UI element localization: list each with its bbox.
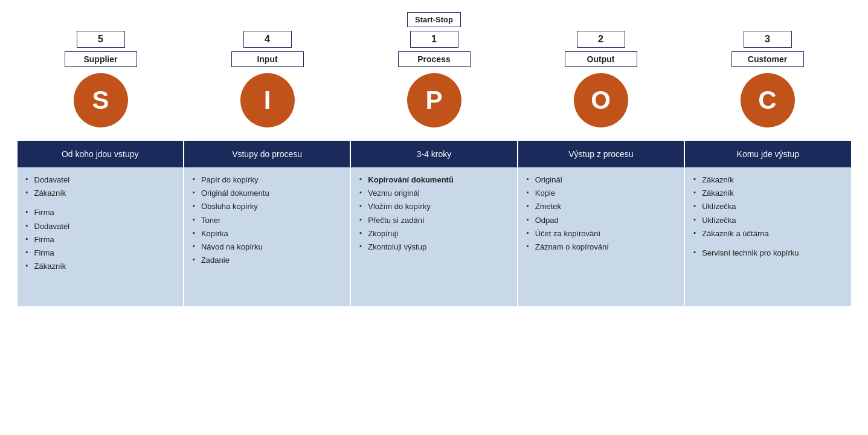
list-item: Dodavatel <box>26 221 175 232</box>
list-item: Zákazník <box>693 188 842 199</box>
section-content-input: Papír do kopírkyOriginál dokumentuObsluh… <box>184 167 350 306</box>
section-header-output: Výstup z procesu <box>518 141 684 167</box>
number-box-supplier: 5 <box>77 31 125 48</box>
section-content-supplier: DodavatelZákazníkFirmaDodavatelFirmaFirm… <box>18 167 183 306</box>
content-list-customer: ZákazníkZákazníkUklízečkaUklízečkaZákazn… <box>693 175 842 259</box>
list-item: Kopírka <box>193 228 341 239</box>
list-item: Vezmu originál <box>359 188 508 199</box>
list-item: Servisní technik pro kopírku <box>693 248 842 259</box>
content-list-supplier: DodavatelZákazníkFirmaDodavatelFirmaFirm… <box>26 175 175 272</box>
col-wrapper-process: Start-Stop1ProcessP <box>351 12 518 136</box>
list-item: Firma <box>26 248 175 259</box>
number-box-output: 2 <box>577 31 625 48</box>
list-item: Zadanie <box>193 255 341 266</box>
list-item: Obsluha kopírky <box>193 201 341 212</box>
number-box-input: 4 <box>243 31 292 48</box>
list-item <box>26 201 175 205</box>
bottom-col-input: Vstupy do procesuPapír do kopírkyOriginá… <box>184 141 351 306</box>
list-item: Uklízečka <box>693 215 842 226</box>
col-wrapper-output: 2OutputO <box>518 13 684 136</box>
content-list-process: Kopírování dokumentůVezmu originálVložím… <box>359 175 508 253</box>
bottom-col-output: Výstup z procesuOriginálKopieZmetekOdpad… <box>518 141 685 306</box>
section-content-customer: ZákazníkZákazníkUklízečkaUklízečkaZákazn… <box>685 167 850 306</box>
list-item: Dodavatel <box>26 175 175 185</box>
list-item: Toner <box>193 215 341 226</box>
list-item: Vložím do kopírky <box>359 201 508 212</box>
list-item: Papír do kopírky <box>193 175 341 185</box>
sipoc-diagram: 5SupplierS4InputIStart-Stop1ProcessP2Out… <box>18 12 851 306</box>
section-content-process: Kopírování dokumentůVezmu originálVložím… <box>351 167 516 306</box>
circle-process: P <box>407 73 461 127</box>
number-box-process: 1 <box>410 31 458 48</box>
section-header-customer: Komu jde výstup <box>685 141 850 167</box>
circle-output: O <box>574 73 628 127</box>
role-box-process: Process <box>398 51 471 67</box>
list-item: Zákazník <box>693 175 842 185</box>
col-wrapper-supplier: 5SupplierS <box>18 13 184 136</box>
number-box-customer: 3 <box>744 31 792 48</box>
role-box-input: Input <box>231 51 304 67</box>
list-item: Odpad <box>527 215 675 226</box>
list-item: Záznam o kopírování <box>527 242 675 253</box>
section-content-output: OriginálKopieZmetekOdpadÚčet za kopírová… <box>518 167 684 306</box>
list-item: Návod na kopírku <box>193 242 341 253</box>
list-item: Zákazník a účtárna <box>693 228 842 239</box>
col-wrapper-input: 4InputI <box>184 13 351 136</box>
list-item: Originál <box>527 175 675 185</box>
section-header-input: Vstupy do procesu <box>184 141 350 167</box>
section-header-process: 3-4 kroky <box>351 141 516 167</box>
top-labels-row: 5SupplierS4InputIStart-Stop1ProcessP2Out… <box>18 12 851 136</box>
list-item: Originál dokumentu <box>193 188 341 199</box>
bottom-col-supplier: Od koho jdou vstupyDodavatelZákazníkFirm… <box>18 141 184 306</box>
list-item: Kopírování dokumentů <box>359 175 508 185</box>
list-item: Účet za kopírování <box>527 228 675 239</box>
list-item: Zákazník <box>26 261 175 272</box>
list-item: Zkontoluji výstup <box>359 242 508 253</box>
list-item: Zmetek <box>527 201 675 212</box>
circle-customer: C <box>741 73 795 127</box>
list-item <box>693 242 842 245</box>
section-header-supplier: Od koho jdou vstupy <box>18 141 183 167</box>
circle-input: I <box>240 73 295 127</box>
list-item: Kopie <box>527 188 675 199</box>
content-list-output: OriginálKopieZmetekOdpadÚčet za kopírová… <box>527 175 675 253</box>
bottom-section: Od koho jdou vstupyDodavatelZákazníkFirm… <box>18 141 851 306</box>
circle-supplier: S <box>74 73 128 127</box>
list-item: Firma <box>26 234 175 245</box>
list-item: Přečtu si zadání <box>359 215 508 226</box>
bottom-col-customer: Komu jde výstupZákazníkZákazníkUklízečka… <box>685 141 850 306</box>
list-item: Uklízečka <box>693 201 842 212</box>
list-item: Zkopíruji <box>359 228 508 239</box>
col-wrapper-customer: 3CustomerC <box>684 13 851 136</box>
start-stop-label: Start-Stop <box>407 12 461 27</box>
role-box-supplier: Supplier <box>65 51 137 67</box>
list-item: Firma <box>26 207 175 218</box>
list-item: Zákazník <box>26 188 175 199</box>
role-box-output: Output <box>565 51 637 67</box>
bottom-col-process: 3-4 krokyKopírování dokumentůVezmu origi… <box>351 141 518 306</box>
role-box-customer: Customer <box>731 51 804 67</box>
content-list-input: Papír do kopírkyOriginál dokumentuObsluh… <box>193 175 341 266</box>
